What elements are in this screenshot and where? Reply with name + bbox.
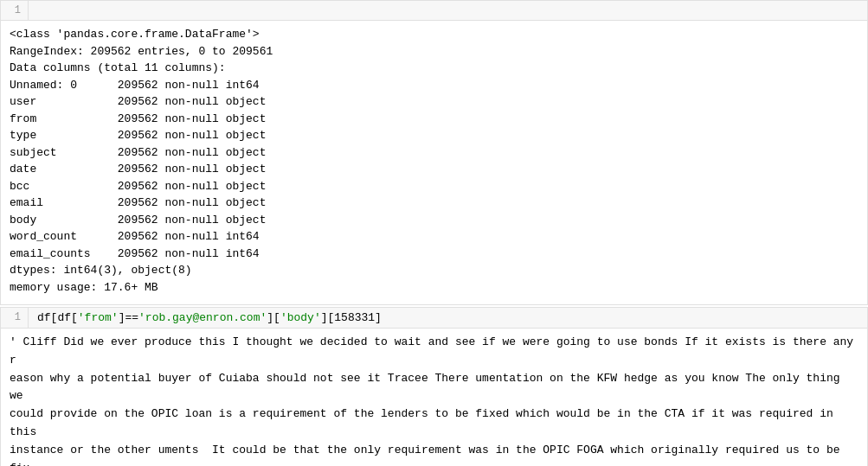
notebook-container: 1 <class 'pandas.core.frame.DataFrame'> … bbox=[0, 0, 868, 466]
cell-2-input-row: 1 df[df['from']=='rob.gay@enron.com']['b… bbox=[1, 308, 867, 329]
cell-1: 1 <class 'pandas.core.frame.DataFrame'> … bbox=[0, 0, 868, 305]
cell-1-number: 1 bbox=[1, 1, 29, 20]
cell-2-code: df[df['from']=='rob.gay@enron.com']['bod… bbox=[29, 308, 867, 328]
cell-2: 1 df[df['from']=='rob.gay@enron.com']['b… bbox=[0, 307, 868, 466]
cell-2-output: ' Cliff Did we ever produce this I thoug… bbox=[1, 329, 867, 466]
cell-2-number: 1 bbox=[1, 308, 29, 328]
cell-1-code bbox=[29, 1, 867, 20]
cell-1-input-row: 1 bbox=[1, 1, 867, 21]
cell-1-output: <class 'pandas.core.frame.DataFrame'> Ra… bbox=[1, 21, 867, 304]
